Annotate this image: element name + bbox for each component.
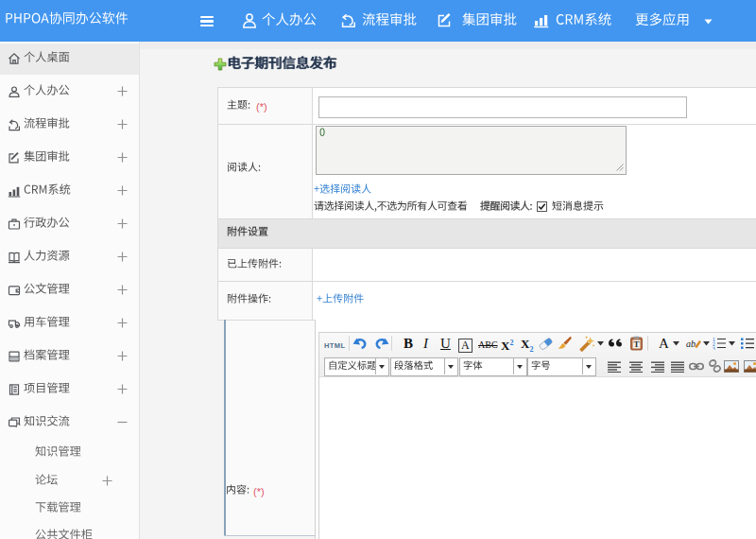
svg-text:T: T <box>633 339 639 349</box>
svg-text:3: 3 <box>713 346 715 350</box>
svg-text:ab: ab <box>686 339 696 349</box>
